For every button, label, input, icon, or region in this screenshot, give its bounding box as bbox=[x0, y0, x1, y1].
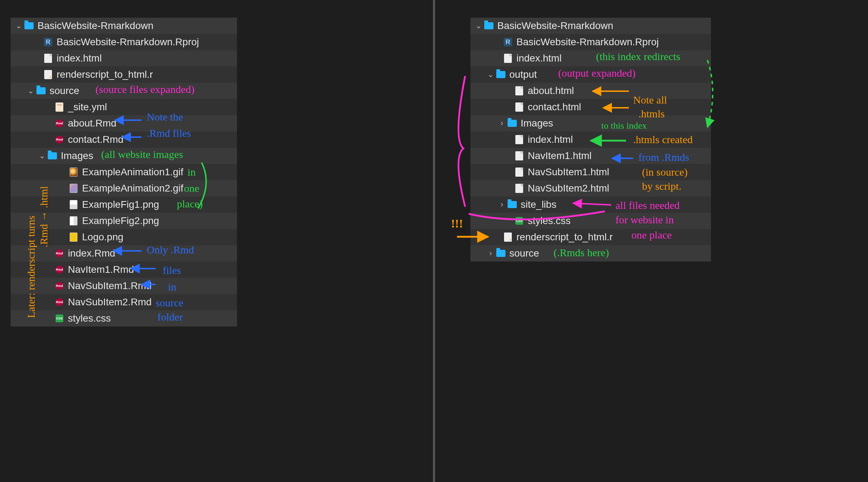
chevron-down-icon[interactable]: ⌄ bbox=[28, 86, 34, 95]
file-icon bbox=[43, 53, 53, 63]
image-icon bbox=[69, 183, 79, 193]
tree-row[interactable]: Rmd contact.Rmd bbox=[11, 131, 237, 148]
folder-icon bbox=[507, 118, 517, 128]
chevron-down-icon[interactable]: ⌄ bbox=[487, 70, 494, 79]
yml-icon bbox=[54, 102, 64, 112]
file-label: NavItem1.html bbox=[528, 150, 592, 161]
annotation-vertical: .Rmd → .html bbox=[38, 186, 50, 247]
tree-row-root[interactable]: ⌄ BasicWebsite-Rmarkdown bbox=[11, 18, 237, 34]
file-label: Logo.png bbox=[82, 231, 123, 243]
annotation-vertical: Later: renderscript turns bbox=[25, 216, 37, 318]
chevron-right-icon[interactable]: › bbox=[499, 200, 505, 209]
file-label: index.html bbox=[528, 134, 573, 145]
tree-row[interactable]: Rmd about.Rmd bbox=[11, 115, 237, 131]
tree-row[interactable]: renderscript_to_html.r bbox=[11, 66, 237, 83]
rproj-icon: R bbox=[503, 37, 513, 47]
file-label: styles.css bbox=[68, 313, 111, 324]
tree-row[interactable]: NavItem1.html bbox=[470, 148, 711, 164]
tree-row[interactable]: CSS styles.css bbox=[470, 213, 711, 229]
file-label: _site.yml bbox=[68, 101, 107, 113]
file-label: ExampleAnimation2.gif bbox=[82, 183, 183, 194]
file-label: contact.Rmd bbox=[68, 134, 123, 145]
tree-row[interactable]: NavSubItem2.html bbox=[470, 180, 711, 196]
tree-row[interactable]: ExampleAnimation1.gif bbox=[11, 164, 237, 180]
folder-icon bbox=[484, 21, 494, 31]
file-label: NavSubItem1.Rmd bbox=[68, 280, 152, 292]
right-pane: ⌄ BasicWebsite-Rmarkdown R BasicWebsite-… bbox=[435, 0, 868, 482]
rproj-icon: R bbox=[43, 37, 53, 47]
folder-icon bbox=[496, 248, 506, 258]
folder-icon bbox=[47, 151, 57, 161]
css-icon: CSS bbox=[514, 216, 524, 226]
css-icon: CSS bbox=[54, 313, 64, 323]
tree-row-folder[interactable]: › site_libs bbox=[470, 196, 711, 213]
file-tree-right: ⌄ BasicWebsite-Rmarkdown R BasicWebsite-… bbox=[470, 18, 711, 261]
file-icon bbox=[514, 135, 524, 145]
file-icon bbox=[514, 151, 524, 161]
tree-row-root[interactable]: ⌄ BasicWebsite-Rmarkdown bbox=[470, 18, 711, 34]
rmd-icon: Rmd bbox=[54, 281, 64, 291]
file-label: about.Rmd bbox=[68, 118, 116, 129]
chevron-right-icon[interactable]: › bbox=[487, 249, 494, 258]
file-icon bbox=[503, 53, 513, 63]
chevron-right-icon[interactable]: › bbox=[499, 119, 505, 128]
rmd-icon: Rmd bbox=[54, 265, 64, 275]
image-icon bbox=[69, 216, 79, 226]
folder-icon bbox=[507, 200, 517, 210]
tree-row[interactable]: R BasicWebsite-Rmarkdown.Rproj bbox=[11, 34, 237, 50]
tree-row[interactable]: index.html bbox=[470, 131, 711, 148]
annotation-exclamation: !!! bbox=[451, 217, 463, 230]
file-label: NavSubItem2.html bbox=[528, 183, 609, 194]
file-label: renderscript_to_html.r bbox=[516, 231, 613, 243]
file-icon bbox=[514, 167, 524, 177]
tree-row[interactable]: renderscript_to_html.r bbox=[470, 229, 711, 245]
file-label: NavSubItem1.html bbox=[528, 166, 609, 178]
image-icon bbox=[69, 232, 79, 242]
file-label: index.Rmd bbox=[68, 248, 115, 259]
tree-row[interactable]: CSS styles.css bbox=[11, 310, 237, 327]
folder-icon bbox=[36, 86, 46, 96]
file-icon bbox=[514, 102, 524, 112]
rmd-icon: Rmd bbox=[54, 118, 64, 128]
rmd-icon: Rmd bbox=[54, 297, 64, 307]
tree-row[interactable]: index.html bbox=[11, 50, 237, 66]
tree-row[interactable]: Rmd NavItem1.Rmd bbox=[11, 261, 237, 278]
folder-label: source bbox=[50, 85, 79, 96]
tree-row-folder[interactable]: ⌄ source bbox=[11, 83, 237, 99]
file-icon bbox=[514, 183, 524, 193]
file-label: NavSubItem2.Rmd bbox=[68, 296, 152, 308]
tree-row[interactable]: R BasicWebsite-Rmarkdown.Rproj bbox=[470, 34, 711, 50]
folder-label: BasicWebsite-Rmarkdown bbox=[37, 20, 154, 31]
tree-row-folder[interactable]: › source bbox=[470, 245, 711, 261]
file-label: renderscript_to_html.r bbox=[57, 69, 153, 80]
file-label: contact.html bbox=[528, 101, 581, 113]
image-icon bbox=[69, 167, 79, 177]
tree-row-folder[interactable]: › Images bbox=[470, 115, 711, 131]
file-tree-left: ⌄ BasicWebsite-Rmarkdown R BasicWebsite-… bbox=[11, 18, 237, 327]
folder-label: site_libs bbox=[521, 199, 556, 210]
file-label: BasicWebsite-Rmarkdown.Rproj bbox=[516, 36, 659, 48]
tree-row[interactable]: about.html bbox=[470, 83, 711, 99]
tree-row[interactable]: NavSubItem1.html bbox=[470, 164, 711, 180]
tree-row[interactable]: index.html bbox=[470, 50, 711, 66]
file-label: ExampleFig2.png bbox=[82, 215, 159, 227]
chevron-down-icon[interactable]: ⌄ bbox=[475, 21, 482, 30]
left-pane: ⌄ BasicWebsite-Rmarkdown R BasicWebsite-… bbox=[0, 0, 435, 482]
image-icon bbox=[69, 200, 79, 210]
tree-row[interactable]: contact.html bbox=[470, 99, 711, 115]
folder-label: output bbox=[509, 69, 537, 80]
file-label: ExampleAnimation1.gif bbox=[82, 166, 183, 178]
tree-row[interactable]: Rmd NavSubItem2.Rmd bbox=[11, 294, 237, 310]
tree-row[interactable]: Rmd index.Rmd bbox=[11, 245, 237, 261]
folder-label: Images bbox=[61, 150, 93, 161]
tree-row[interactable]: Rmd NavSubItem1.Rmd bbox=[11, 278, 237, 294]
tree-row-folder[interactable]: ⌄ Images bbox=[11, 148, 237, 164]
folder-icon bbox=[496, 70, 506, 80]
chevron-down-icon[interactable]: ⌄ bbox=[16, 21, 22, 30]
file-label: styles.css bbox=[528, 215, 571, 227]
file-label: index.html bbox=[516, 53, 562, 64]
folder-label: source bbox=[509, 248, 539, 259]
tree-row-folder[interactable]: ⌄ output bbox=[470, 66, 711, 83]
chevron-down-icon[interactable]: ⌄ bbox=[39, 151, 45, 160]
tree-row[interactable]: _site.yml bbox=[11, 99, 237, 115]
